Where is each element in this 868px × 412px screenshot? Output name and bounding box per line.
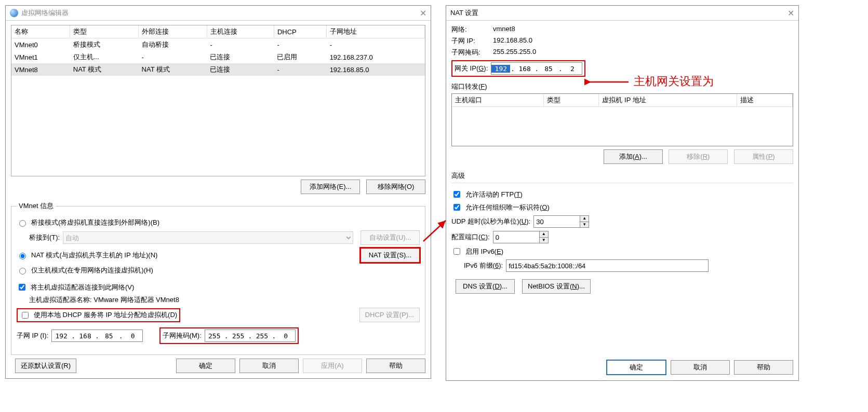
allow-active-ftp-checkbox[interactable]: [453, 191, 460, 198]
ok-button[interactable]: 确定: [176, 359, 235, 373]
dhcp-checkbox[interactable]: [22, 312, 29, 319]
network-value: vmnet8: [493, 25, 793, 34]
annotation-text: 主机网关设置为: [634, 74, 714, 89]
netbios-settings-button[interactable]: NetBIOS 设置(N)...: [522, 279, 591, 294]
close-icon[interactable]: ✕: [420, 8, 426, 18]
dialog-title: 虚拟网络编辑器: [21, 8, 420, 18]
adapter-name-label: 主机虚拟适配器名称: VMware 网络适配器 VMnet8: [29, 295, 179, 305]
globe-icon: [10, 9, 18, 17]
hostonly-mode-label: 仅主机模式(在专用网络内连接虚拟机)(H): [31, 266, 153, 275]
config-port-input[interactable]: ▲▼: [493, 231, 549, 243]
titlebar: NAT 设置 ✕: [446, 6, 798, 21]
table-row[interactable]: VMnet1仅主机...-已连接已启用192.168.237.0: [11, 51, 425, 63]
config-port-label: 配置端口(C):: [451, 232, 490, 242]
subnet-ip-label: 子网 IP:: [451, 36, 493, 46]
titlebar: 虚拟网络编辑器 ✕: [6, 6, 431, 21]
table-header[interactable]: 外部连接: [139, 25, 207, 38]
enable-ipv6-label: 启用 IPv6(E): [465, 247, 503, 256]
subnet-mask-value: 255.255.255.0: [493, 48, 793, 57]
ok-button[interactable]: 确定: [606, 360, 666, 375]
subnet-ip-input[interactable]: . . .: [51, 329, 142, 342]
remove-network-button[interactable]: 移除网络(O): [366, 180, 425, 194]
nat-mode-radio[interactable]: [19, 253, 26, 259]
subnet-mask-input[interactable]: . . .: [205, 329, 296, 342]
port-properties-button: 属性(P): [734, 149, 793, 164]
bridge-mode-label: 桥接模式(将虚拟机直接连接到外部网络)(B): [31, 218, 159, 227]
nat-mode-label: NAT 模式(与虚拟机共享主机的 IP 地址)(N): [31, 251, 157, 260]
udp-timeout-label: UDP 超时(以秒为单位)(U):: [451, 217, 530, 226]
table-row[interactable]: VMnet8NAT 模式NAT 模式已连接-192.168.85.0: [11, 63, 425, 76]
remove-port-button: 移除(R): [669, 149, 728, 164]
spin-down-icon[interactable]: ▼: [540, 238, 548, 243]
bridge-to-label: 桥接到(T):: [29, 233, 60, 242]
spin-down-icon[interactable]: ▼: [580, 222, 589, 228]
network-label: 网络:: [451, 25, 493, 34]
dns-settings-button[interactable]: DNS 设置(D)...: [456, 279, 515, 294]
table-header[interactable]: 名称: [11, 25, 70, 38]
virtual-network-editor-dialog: 虚拟网络编辑器 ✕ 名称类型外部连接主机连接DHCP子网地址 VMnet0桥接模…: [5, 5, 431, 379]
subnet-ip-value: 192.168.85.0: [493, 36, 793, 46]
auto-settings-button: 自动设置(U)...: [360, 230, 420, 245]
cancel-button[interactable]: 取消: [239, 359, 299, 373]
table-row[interactable]: VMnet0桥接模式自动桥接---: [11, 38, 425, 51]
advanced-label: 高级: [451, 171, 793, 181]
gateway-ip-label: 网关 IP(G):: [455, 64, 488, 73]
allow-active-ftp-label: 允许活动的 FTP(T): [465, 190, 523, 199]
table-header[interactable]: 类型: [543, 94, 599, 107]
udp-timeout-input[interactable]: ▲▼: [533, 215, 589, 228]
nat-settings-button[interactable]: NAT 设置(S)...: [360, 248, 420, 263]
bridge-to-select: 自动: [63, 231, 353, 244]
spin-up-icon[interactable]: ▲: [540, 231, 548, 238]
spin-up-icon[interactable]: ▲: [580, 216, 589, 222]
help-button[interactable]: 帮助: [366, 359, 425, 373]
vmnet-info-legend: VMnet 信息: [17, 201, 56, 211]
connect-adapter-label: 将主机虚拟适配器连接到此网络(V): [31, 283, 134, 292]
add-network-button[interactable]: 添加网络(E)...: [301, 180, 360, 194]
table-header[interactable]: DHCP: [274, 25, 326, 38]
allow-any-oui-label: 允许任何组织唯一标识符(O): [465, 203, 550, 212]
connect-adapter-checkbox[interactable]: [19, 284, 25, 291]
apply-button: 应用(A): [303, 359, 362, 373]
ipv6-prefix-input[interactable]: [506, 259, 709, 272]
help-button[interactable]: 帮助: [734, 360, 793, 375]
subnet-mask-label: 子网掩码:: [451, 48, 493, 57]
port-forwarding-table[interactable]: 主机端口类型虚拟机 IP 地址描述: [451, 93, 793, 146]
table-header[interactable]: 子网地址: [327, 25, 425, 38]
add-port-button[interactable]: 添加(A)...: [604, 149, 663, 164]
hostonly-mode-radio[interactable]: [19, 268, 26, 274]
cancel-button[interactable]: 取消: [671, 360, 730, 375]
restore-defaults-button[interactable]: 还原默认设置(R): [15, 359, 76, 373]
dialog-title: NAT 设置: [450, 8, 787, 18]
network-table[interactable]: 名称类型外部连接主机连接DHCP子网地址 VMnet0桥接模式自动桥接---VM…: [11, 25, 425, 176]
ipv6-prefix-label: IPv6 前缀(6):: [464, 261, 503, 270]
vmnet-info-group: VMnet 信息 桥接模式(将虚拟机直接连接到外部网络)(B) 桥接到(T): …: [11, 201, 425, 355]
close-icon[interactable]: ✕: [787, 8, 794, 18]
subnet-mask-label: 子网掩码(M):: [163, 331, 202, 340]
dhcp-settings-button: DHCP 设置(P)...: [359, 308, 420, 322]
table-header[interactable]: 主机连接: [207, 25, 274, 38]
allow-any-oui-checkbox[interactable]: [453, 204, 460, 211]
bridge-mode-radio[interactable]: [19, 220, 26, 227]
table-header[interactable]: 虚拟机 IP 地址: [599, 94, 737, 107]
table-header[interactable]: 类型: [70, 25, 139, 38]
enable-ipv6-checkbox[interactable]: [453, 248, 460, 255]
subnet-ip-label: 子网 IP (I):: [17, 331, 48, 340]
nat-settings-dialog: NAT 设置 ✕ 网络: vmnet8 子网 IP: 192.168.85.0 …: [446, 5, 799, 381]
dhcp-label: 使用本地 DHCP 服务将 IP 地址分配给虚拟机(D): [34, 310, 177, 320]
port-forwarding-label: 端口转发(F): [451, 82, 793, 91]
table-header[interactable]: 主机端口: [452, 94, 543, 107]
gateway-ip-input[interactable]: . . .: [491, 62, 582, 75]
table-header[interactable]: 描述: [737, 94, 793, 107]
